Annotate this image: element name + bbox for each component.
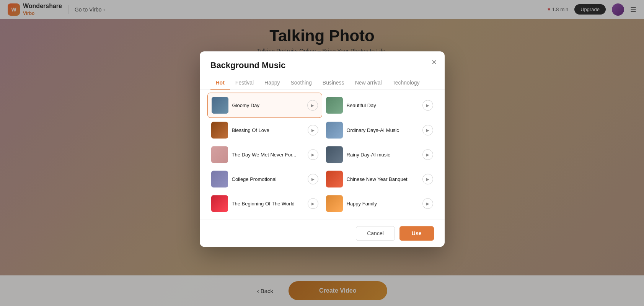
music-name-blessing: Blessing Of Love — [232, 127, 304, 133]
modal-close-button[interactable]: ✕ — [431, 59, 437, 66]
modal-footer: Cancel Use — [200, 220, 445, 247]
music-item-college[interactable]: College Promotional ▶ — [207, 167, 322, 191]
play-button-rainy[interactable]: ▶ — [422, 149, 433, 160]
music-item-happy-family[interactable]: Happy Family ▶ — [322, 191, 437, 216]
music-item-beautiful-day[interactable]: Beautiful Day ▶ — [322, 93, 437, 118]
music-name-newyear: Chinese New Year Banquet — [347, 176, 419, 182]
play-button-beginning[interactable]: ▶ — [308, 198, 318, 209]
music-item-blessing-of-love[interactable]: Blessing Of Love ▶ — [207, 118, 322, 142]
music-item-beginning[interactable]: The Beginning Of The World ▶ — [207, 191, 322, 216]
tab-soothing[interactable]: Soothing — [285, 76, 317, 90]
music-item-chime[interactable]: Chinese Chime ▶ — [207, 216, 322, 220]
music-thumb-rainy — [326, 146, 343, 163]
tab-new-arrival[interactable]: New arrival — [350, 76, 387, 90]
music-item-china-market[interactable]: China Market ▶ — [322, 216, 437, 220]
music-item-ordinary[interactable]: Ordinary Days-AI Music ▶ — [322, 118, 437, 142]
tab-festival[interactable]: Festival — [230, 76, 259, 90]
play-button-beautiful-day[interactable]: ▶ — [422, 100, 433, 111]
music-thumb-newyear — [326, 171, 343, 187]
play-button-newyear[interactable]: ▶ — [422, 174, 433, 184]
music-item-gloomy-day[interactable]: Gloomy Day ▶ — [207, 93, 322, 118]
music-name-gloomy-day: Gloomy Day — [232, 103, 303, 108]
tab-happy[interactable]: Happy — [259, 76, 285, 90]
music-item-newyear[interactable]: Chinese New Year Banquet ▶ — [322, 167, 437, 191]
music-item-rainy[interactable]: Rainy Day-AI music ▶ — [322, 142, 437, 167]
music-name-beautiful-day: Beautiful Day — [347, 103, 419, 108]
use-button[interactable]: Use — [399, 226, 434, 241]
tab-hot[interactable]: Hot — [210, 76, 230, 90]
music-name-rainy: Rainy Day-AI music — [347, 152, 419, 158]
background-music-modal: Background Music ✕ Hot Festival Happy So… — [200, 51, 445, 247]
music-thumb-blessing — [211, 122, 228, 138]
music-thumb-beginning — [211, 195, 228, 212]
music-thumb-college — [211, 171, 228, 187]
music-name-college: College Promotional — [232, 176, 304, 182]
play-button-gloomy-day[interactable]: ▶ — [307, 100, 318, 111]
play-button-college[interactable]: ▶ — [308, 174, 318, 184]
music-thumb-beautiful-day — [326, 97, 343, 114]
music-thumb-gloomy-day — [212, 97, 228, 114]
music-name-happy-family: Happy Family — [347, 201, 419, 207]
music-thumb-ordinary — [326, 122, 343, 138]
music-name-ordinary: Ordinary Days-AI Music — [347, 127, 419, 133]
music-thumb-day-met — [211, 146, 228, 163]
play-button-ordinary[interactable]: ▶ — [422, 125, 433, 135]
music-name-beginning: The Beginning Of The World — [232, 201, 304, 207]
music-name-day-met: The Day We Met Never For... — [232, 152, 304, 158]
tab-technology[interactable]: Technology — [387, 76, 425, 90]
music-list: Gloomy Day ▶ Beautiful Day ▶ Blessing Of… — [200, 90, 445, 220]
music-item-day-met[interactable]: The Day We Met Never For... ▶ — [207, 142, 322, 167]
play-button-happy-family[interactable]: ▶ — [422, 198, 433, 209]
play-button-blessing[interactable]: ▶ — [308, 125, 318, 135]
modal-header: Background Music ✕ — [200, 51, 445, 70]
modal-title: Background Music — [210, 60, 434, 70]
cancel-button[interactable]: Cancel — [356, 226, 395, 241]
tab-business[interactable]: Business — [317, 76, 350, 90]
music-thumb-happy-family — [326, 195, 343, 212]
music-tabs: Hot Festival Happy Soothing Business New… — [200, 70, 445, 90]
play-button-day-met[interactable]: ▶ — [308, 149, 318, 160]
